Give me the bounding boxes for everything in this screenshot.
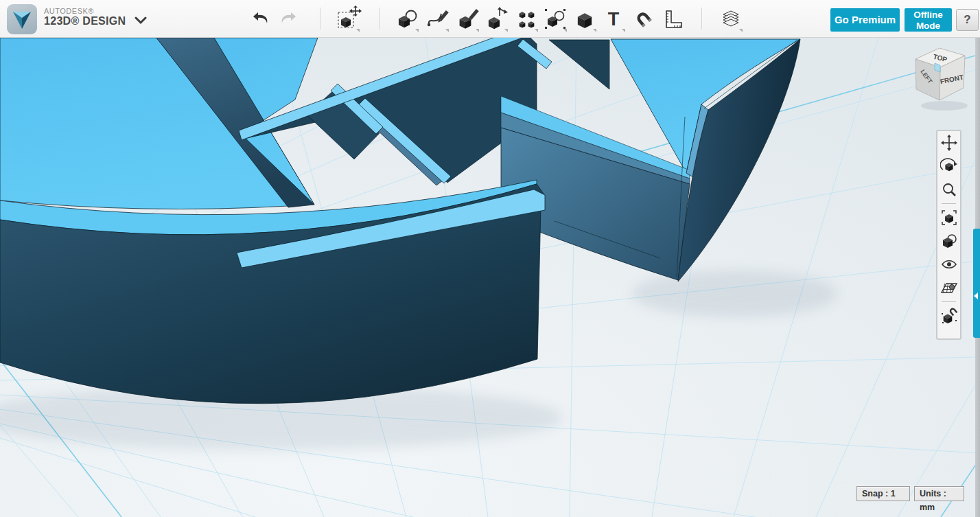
group-icon[interactable] [541,5,569,33]
construct-icon[interactable] [454,5,481,33]
sketch-icon[interactable] [423,5,451,33]
view-cube[interactable]: TOP FRONT LEFT [907,43,976,114]
go-premium-button[interactable]: Go Premium [830,8,900,32]
brand-company: AUTODESK® [44,7,126,15]
units-status-box[interactable]: Units : mm [914,486,964,501]
drawer-arrow-icon [974,292,978,299]
toolbar-separator [320,8,320,30]
toolbar-separator [701,8,702,30]
pan-icon[interactable] [937,131,960,154]
combine-icon[interactable] [571,5,598,33]
toolbar-separator [379,8,380,30]
offline-mode-line1: Offline [905,10,952,21]
main-menu-chevron-icon[interactable] [135,15,147,27]
measure-icon[interactable] [660,5,687,33]
grid-toggle-icon[interactable] [937,276,960,299]
view-nav-toolbar [936,130,961,340]
offline-mode-button[interactable]: Offline Mode [905,8,952,32]
snap-icon[interactable] [630,5,657,33]
text-icon[interactable]: T [600,5,627,33]
orbit-icon[interactable] [937,154,960,178]
pattern-icon[interactable] [513,5,540,33]
undo-icon[interactable] [251,10,272,27]
modify-icon[interactable] [482,5,510,33]
offline-mode-line2: Mode [905,21,952,32]
brand-product: 123D® DESIGN [44,15,126,27]
primitives-icon[interactable] [393,5,421,33]
shading-icon[interactable] [937,229,960,253]
nav-separator [942,203,956,204]
svg-text:T: T [608,9,620,30]
visibility-icon[interactable] [937,253,960,276]
brand-text: AUTODESK® 123D® DESIGN [44,7,126,27]
app-logo-icon [7,4,37,34]
layers-icon[interactable] [717,5,745,33]
top-toolbar: AUTODESK® 123D® DESIGN [0,0,980,38]
zoom-icon[interactable] [937,178,960,201]
parts-drawer-handle[interactable] [973,229,980,338]
redo-icon[interactable] [277,10,298,27]
viewport-3d-canvas[interactable] [0,38,980,517]
snap-toggle-icon[interactable] [937,304,960,328]
help-button[interactable]: ? [956,9,979,31]
nav-separator [942,301,956,302]
snap-status-box[interactable]: Snap : 1 [856,486,910,501]
transform-icon[interactable] [334,5,362,33]
fit-view-icon[interactable] [937,206,960,229]
